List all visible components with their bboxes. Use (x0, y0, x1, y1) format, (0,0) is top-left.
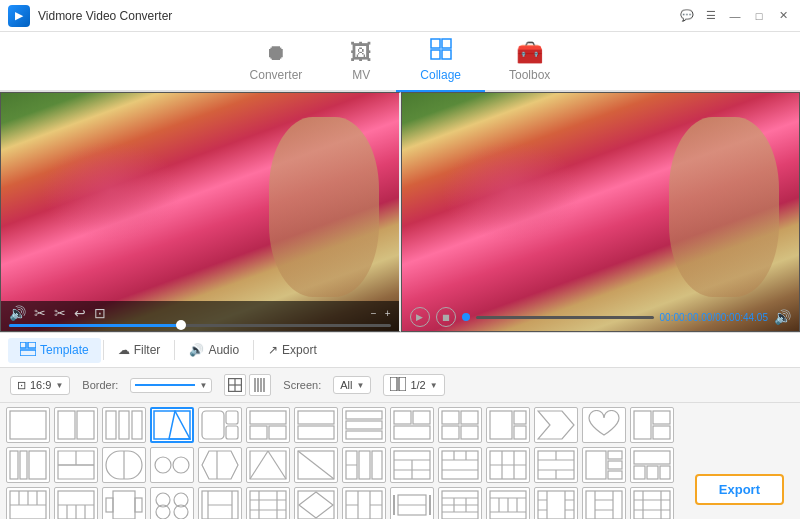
template-t33[interactable] (102, 487, 146, 519)
template-three-vertical[interactable] (102, 407, 146, 443)
template-t24[interactable] (150, 447, 194, 483)
plus-label[interactable]: + (385, 308, 391, 319)
template-big-left-2right[interactable] (486, 407, 530, 443)
close-button[interactable]: ✕ (774, 7, 792, 25)
template-row-3 (6, 487, 794, 519)
template-2plus1[interactable] (390, 407, 434, 443)
maximize-button[interactable]: □ (750, 7, 768, 25)
video-content-right (402, 93, 800, 331)
template-t310[interactable] (438, 487, 482, 519)
template-t14[interactable] (630, 407, 674, 443)
template-t28[interactable] (342, 447, 386, 483)
progress-bar-left[interactable] (9, 324, 391, 327)
svg-rect-104 (113, 491, 135, 519)
template-t314[interactable] (630, 487, 674, 519)
svg-rect-19 (106, 411, 116, 439)
template-t213[interactable] (582, 447, 626, 483)
template-grid: Export (0, 403, 800, 519)
template-diagonal[interactable] (150, 407, 194, 443)
svg-rect-150 (586, 491, 622, 519)
template-t26[interactable] (246, 447, 290, 483)
ratio-selector[interactable]: ⊡ 16:9 ▼ (10, 376, 70, 395)
pattern-buttons (224, 374, 271, 396)
stop-button-right[interactable]: ⏹ (436, 307, 456, 327)
tab-mv[interactable]: 🖼 MV (326, 34, 396, 92)
template-button[interactable]: Template (8, 338, 101, 363)
svg-rect-42 (490, 411, 512, 439)
template-t210[interactable] (438, 447, 482, 483)
template-two-vertical[interactable] (54, 407, 98, 443)
tab-collage-label: Collage (420, 68, 461, 82)
tab-toolbox[interactable]: 🧰 Toolbox (485, 34, 574, 92)
template-t27[interactable] (294, 447, 338, 483)
template-single[interactable] (6, 407, 50, 443)
titlebar: ▶ Vidmore Video Converter 💬 ☰ — □ ✕ (0, 0, 800, 32)
template-t22[interactable] (54, 447, 98, 483)
template-t214[interactable] (630, 447, 674, 483)
template-three-horizontal[interactable] (342, 407, 386, 443)
template-t29[interactable] (390, 447, 434, 483)
nav-tabs: ⏺ Converter 🖼 MV Collage 🧰 Toolbox (0, 32, 800, 92)
template-t25[interactable] (198, 447, 242, 483)
screen-value: All (340, 379, 352, 391)
scissors-icon[interactable]: ✂ (54, 305, 66, 321)
svg-rect-34 (346, 431, 382, 439)
minus-label[interactable]: − (371, 308, 377, 319)
stripe-pattern-button[interactable] (249, 374, 271, 396)
filter-button[interactable]: ☁ Filter (106, 339, 173, 361)
svg-rect-90 (634, 451, 670, 464)
play-button-right[interactable]: ▶ (410, 307, 430, 327)
template-t38[interactable] (342, 487, 386, 519)
collage-options-bar: ⊡ 16:9 ▼ Border: ▼ Screen: All ▼ 1/2 (0, 368, 800, 403)
template-t32[interactable] (54, 487, 98, 519)
menu-button[interactable]: ☰ (702, 7, 720, 25)
template-t211[interactable] (486, 447, 530, 483)
template-t313[interactable] (582, 487, 626, 519)
audio-button[interactable]: 🔊 Audio (177, 339, 251, 361)
svg-rect-21 (132, 411, 142, 439)
template-t311[interactable] (486, 487, 530, 519)
volume-icon-right[interactable]: 🔊 (774, 309, 791, 325)
template-t37[interactable] (294, 487, 338, 519)
template-t21[interactable] (6, 447, 50, 483)
grid-pattern-button[interactable] (224, 374, 246, 396)
screen-label: Screen: (283, 379, 321, 391)
export-toolbar-button[interactable]: ↗ Export (256, 339, 329, 361)
minimize-button[interactable]: — (726, 7, 744, 25)
template-two-horizontal[interactable] (294, 407, 338, 443)
controls-icons-row: 🔊 ✂ ✂ ↩ ⊡ − + (9, 305, 391, 321)
template-t35[interactable] (198, 487, 242, 519)
template-rounded-left[interactable] (198, 407, 242, 443)
template-t23[interactable] (102, 447, 146, 483)
svg-rect-14 (390, 377, 397, 391)
template-t31[interactable] (6, 487, 50, 519)
svg-line-61 (268, 451, 286, 479)
template-t36[interactable] (246, 487, 290, 519)
svg-marker-59 (250, 451, 286, 479)
tab-collage[interactable]: Collage (396, 30, 485, 92)
volume-icon[interactable]: 🔊 (9, 305, 26, 321)
chat-button[interactable]: 💬 (678, 7, 696, 25)
template-t212[interactable] (534, 447, 578, 483)
cut-icon[interactable]: ✂ (34, 305, 46, 321)
template-four-equal[interactable] (438, 407, 482, 443)
tab-converter-label: Converter (250, 68, 303, 82)
tab-converter[interactable]: ⏺ Converter (226, 34, 327, 92)
split-selector[interactable]: 1/2 ▼ (383, 374, 444, 396)
svg-rect-48 (653, 426, 670, 439)
template-heart[interactable] (582, 407, 626, 443)
template-arrow[interactable] (534, 407, 578, 443)
border-select[interactable]: ▼ (130, 378, 212, 393)
template-wide-top[interactable] (246, 407, 290, 443)
svg-rect-1 (442, 39, 451, 48)
svg-rect-0 (431, 39, 440, 48)
screen-select[interactable]: All ▼ (333, 376, 371, 394)
more-icon[interactable]: ⊡ (94, 305, 106, 321)
export-button[interactable]: Export (695, 474, 784, 505)
template-t39[interactable] (390, 487, 434, 519)
progress-bar-right[interactable] (476, 316, 654, 319)
template-t312[interactable] (534, 487, 578, 519)
svg-point-56 (155, 457, 171, 473)
template-t34[interactable] (150, 487, 194, 519)
rotate-icon[interactable]: ↩ (74, 305, 86, 321)
